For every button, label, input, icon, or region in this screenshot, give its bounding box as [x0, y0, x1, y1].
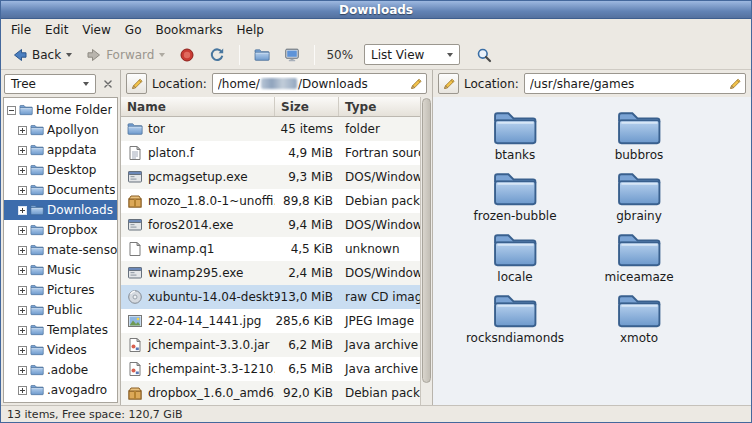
expand-expander-icon[interactable]	[18, 126, 27, 135]
file-row-jchempaint-1210[interactable]: jchempaint-3.3-1210… 6,5 MiB Java archiv…	[121, 357, 420, 381]
folder-item-bubbros[interactable]: bubbros	[577, 109, 701, 170]
expand-expander-icon[interactable]	[18, 146, 27, 155]
expand-expander-icon[interactable]	[18, 366, 27, 375]
clear-location-icon[interactable]	[409, 77, 423, 91]
expand-expander-icon[interactable]	[18, 246, 27, 255]
desktop-button[interactable]	[278, 43, 306, 67]
back-dropdown-chevron-icon[interactable]	[66, 53, 72, 57]
folder-icon	[30, 143, 44, 157]
tree-item-label: Apollyon	[47, 123, 99, 137]
file-row-platon[interactable]: platon.f 4,9 MiB Fortran source co	[121, 141, 420, 165]
tree-item-downloads[interactable]: Downloads	[4, 200, 117, 220]
column-header-type[interactable]: Type	[339, 97, 420, 116]
file-row-jpg[interactable]: 22-04-14_1441.jpg 285,6 KiB JPEG Image	[121, 309, 420, 333]
sidebar-close-button[interactable]	[99, 75, 117, 93]
file-row-jchempaint-jar[interactable]: jchempaint-3.3.0.jar 6,2 MiB Java archiv…	[121, 333, 420, 357]
file-row-mozo[interactable]: mozo_1.8.0-1~unoffi… 89,8 KiB Debian pac…	[121, 189, 420, 213]
expand-expander-icon[interactable]	[18, 266, 27, 275]
expand-expander-icon[interactable]	[18, 346, 27, 355]
file-row-xubuntu-iso[interactable]: xubuntu-14.04-deskt… 913,0 MiB raw CD im…	[121, 285, 420, 309]
expand-expander-icon[interactable]	[18, 206, 27, 215]
file-row-tor[interactable]: tor 45 items folder	[121, 117, 420, 141]
forward-button[interactable]: Forward	[80, 43, 171, 67]
file-row-foros2014[interactable]: foros2014.exe 9,4 MiB DOS/Windows ex	[121, 213, 420, 237]
back-label: Back	[32, 48, 61, 62]
sidebar-mode-select[interactable]: Tree	[4, 74, 96, 94]
expand-expander-icon[interactable]	[18, 326, 27, 335]
sidebar: Tree Home Folder Apollyon	[1, 70, 121, 405]
tree-item-public[interactable]: Public	[4, 300, 117, 320]
tree-item-desktop[interactable]: Desktop	[4, 160, 117, 180]
file-size: 6,5 MiB	[275, 362, 339, 376]
view-mode-select[interactable]: List View	[364, 44, 460, 65]
home-button[interactable]	[248, 43, 276, 67]
file-type: Fortran source co	[339, 146, 420, 160]
folder-item-btanks[interactable]: btanks	[453, 109, 577, 170]
file-name: xubuntu-14.04-deskt…	[148, 290, 275, 304]
tree-item-templates[interactable]: Templates	[4, 320, 117, 340]
folder-item-gbrainy[interactable]: gbrainy	[577, 170, 701, 231]
menu-go[interactable]: Go	[118, 21, 149, 39]
titlebar[interactable]: Downloads	[1, 1, 751, 19]
back-button[interactable]: Back	[6, 43, 78, 67]
expand-expander-icon[interactable]	[18, 286, 27, 295]
column-header-name[interactable]: Name	[121, 97, 275, 116]
reload-button[interactable]	[203, 43, 231, 67]
location-edit-button[interactable]	[438, 73, 459, 94]
image-file-icon	[127, 313, 143, 329]
file-row-dropbox-deb[interactable]: dropbox_1.6.0_amd6… 92,0 KiB Debian pack…	[121, 381, 420, 405]
expand-expander-icon[interactable]	[18, 226, 27, 235]
tree-item-label: Desktop	[47, 163, 97, 177]
column-header-size[interactable]: Size	[275, 97, 339, 116]
folder-item-locale[interactable]: locale	[453, 231, 577, 292]
expand-expander-icon[interactable]	[18, 166, 27, 175]
tree-item-home-folder[interactable]: Home Folder	[4, 100, 117, 120]
main-area: Tree Home Folder Apollyon	[1, 70, 751, 405]
expand-expander-icon[interactable]	[18, 186, 27, 195]
menu-bookmarks[interactable]: Bookmarks	[148, 21, 229, 39]
left-location-input[interactable]: /home//Downloads	[212, 73, 427, 94]
file-row-pcmagsetup[interactable]: pcmagsetup.exe 9,3 MiB DOS/Windows ex	[121, 165, 420, 189]
stop-button[interactable]	[173, 43, 201, 67]
scrollbar-thumb[interactable]	[422, 98, 431, 383]
tree-item-music[interactable]: Music	[4, 260, 117, 280]
tree-item-dropbox[interactable]: Dropbox	[4, 220, 117, 240]
folder-item-frozen-bubble[interactable]: frozen-bubble	[453, 170, 577, 231]
menu-help[interactable]: Help	[230, 21, 271, 39]
file-size: 9,4 MiB	[275, 218, 339, 232]
file-type: Debian package	[339, 194, 420, 208]
right-location-input[interactable]: /usr/share/games	[524, 73, 746, 94]
tree-item-adobe[interactable]: .adobe	[4, 360, 117, 380]
menu-edit[interactable]: Edit	[38, 21, 75, 39]
tree-item-apollyon[interactable]: Apollyon	[4, 120, 117, 140]
tree-item-pictures[interactable]: Pictures	[4, 280, 117, 300]
folder-icon	[30, 243, 44, 257]
vertical-scrollbar[interactable]	[420, 97, 432, 405]
location-label: Location:	[464, 77, 519, 91]
folder-icon	[30, 303, 44, 317]
file-type: Debian package	[339, 386, 420, 400]
location-edit-button[interactable]	[126, 73, 147, 94]
right-path-value: /usr/share/games	[530, 77, 726, 91]
file-row-winamp295[interactable]: winamp295.exe 2,4 MiB DOS/Windows ex	[121, 261, 420, 285]
folder-item-rocksndiamonds[interactable]: rocksndiamonds	[453, 292, 577, 353]
forward-dropdown-chevron-icon[interactable]	[159, 53, 165, 57]
folder-label: bubbros	[615, 148, 664, 162]
expand-expander-icon[interactable]	[18, 386, 27, 395]
menu-view[interactable]: View	[75, 21, 117, 39]
folder-item-miceamaze[interactable]: miceamaze	[577, 231, 701, 292]
text-file-icon	[127, 145, 143, 161]
tree-item-avogadro[interactable]: .avogadro	[4, 380, 117, 400]
folder-item-xmoto[interactable]: xmoto	[577, 292, 701, 353]
file-row-winamp-q1[interactable]: winamp.q1 4,5 KiB unknown	[121, 237, 420, 261]
tree-item-documents[interactable]: Documents	[4, 180, 117, 200]
tree-item-videos[interactable]: Videos	[4, 340, 117, 360]
clear-location-icon[interactable]	[728, 77, 742, 91]
menu-file[interactable]: File	[4, 21, 38, 39]
tree-item-appdata[interactable]: appdata	[4, 140, 117, 160]
search-button[interactable]	[470, 43, 498, 67]
tree-item-mate-sensors[interactable]: mate-sensors-	[4, 240, 117, 260]
expand-expander-icon[interactable]	[18, 306, 27, 315]
collapse-expander-icon[interactable]	[7, 106, 16, 115]
executable-icon	[127, 169, 143, 185]
